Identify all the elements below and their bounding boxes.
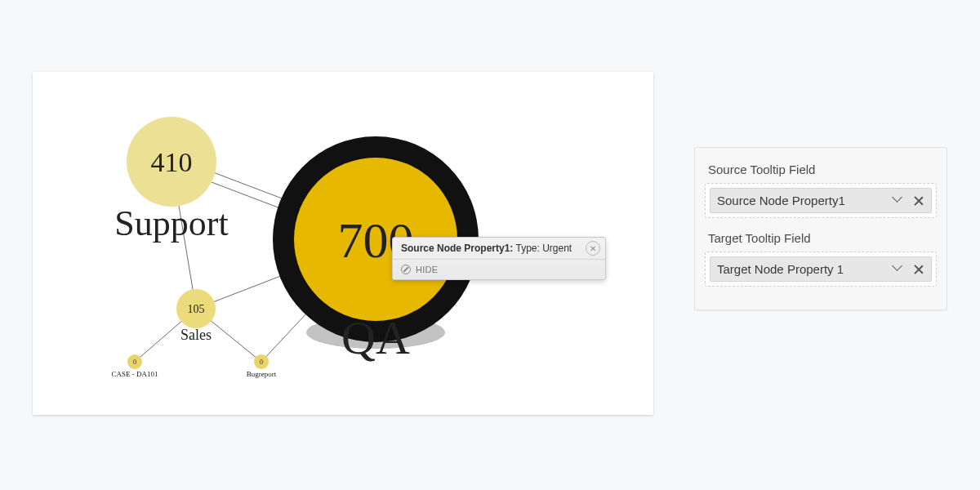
source-chip-label: Source Node Property1 <box>717 194 845 207</box>
target-tooltip-field-chip[interactable]: Target Node Property 1 <box>710 256 932 282</box>
source-tooltip-section-label: Source Tooltip Field <box>708 163 933 176</box>
node-value: 0 <box>133 359 136 366</box>
tooltip-key: Source Node Property1: <box>401 243 513 254</box>
node-tooltip: Source Node Property1: Type: Urgent ✕ HI… <box>392 237 606 280</box>
node-label: Bugreport <box>247 370 277 378</box>
remove-field-icon[interactable] <box>913 195 924 207</box>
target-tooltip-field-well[interactable]: Target Node Property 1 <box>705 252 937 287</box>
target-chip-label: Target Node Property 1 <box>717 262 844 276</box>
ban-icon <box>401 265 411 274</box>
chevron-down-icon[interactable] <box>893 195 905 207</box>
source-tooltip-field-well[interactable]: Source Node Property1 <box>705 183 937 218</box>
node-value: 105 <box>188 303 205 315</box>
chevron-down-icon[interactable] <box>893 264 905 275</box>
tooltip-hide-row[interactable]: HIDE <box>393 260 605 279</box>
tooltip-fields-panel: Source Tooltip Field Source Node Propert… <box>694 147 947 310</box>
node-label: Sales <box>180 327 212 343</box>
node-label: Support <box>114 203 228 243</box>
tooltip-hide-label: HIDE <box>416 265 438 274</box>
target-tooltip-section-label: Target Tooltip Field <box>708 231 933 245</box>
node-label: CASE - DA101 <box>111 370 158 378</box>
tooltip-value: Type: Urgent <box>516 243 572 254</box>
node-value: 0 <box>260 359 263 366</box>
node-value: 410 <box>151 147 193 177</box>
node-label: QA <box>341 311 410 364</box>
close-icon[interactable]: ✕ <box>586 241 600 256</box>
source-tooltip-field-chip[interactable]: Source Node Property1 <box>710 188 932 213</box>
tooltip-header: Source Node Property1: Type: Urgent ✕ <box>393 238 605 260</box>
remove-field-icon[interactable] <box>913 264 924 275</box>
